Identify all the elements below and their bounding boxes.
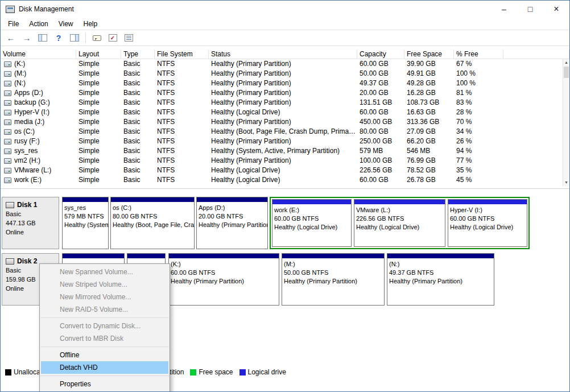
cell-free-space: 76.99 GB <box>404 156 454 166</box>
drive-icon <box>4 61 11 67</box>
partition-m[interactable]: (M:) 50.00 GB NTFS Healthy (Primary Part… <box>282 253 385 306</box>
cell-status: Healthy (System, Active, Primary Partiti… <box>209 146 357 156</box>
cell-pct-free: 70 % <box>454 117 503 127</box>
cell-layout: Simple <box>76 146 121 156</box>
partition-vmware-l[interactable]: VMware (L:) 226.56 GB NTFS Healthy (Logi… <box>354 199 445 247</box>
console-tree-button[interactable] <box>36 31 49 45</box>
cell-status: Healthy (Primary Partition) <box>209 59 357 69</box>
table-row[interactable]: sys_res Simple Basic NTFS Healthy (Syste… <box>1 146 569 156</box>
scroll-down-icon[interactable] <box>563 179 569 186</box>
logical-drive-swatch-icon <box>239 369 246 376</box>
cell-status: Healthy (Logical Drive) <box>209 108 357 117</box>
col-volume[interactable]: Volume <box>1 49 76 59</box>
cell-status: Healthy (Primary Partition) <box>209 98 357 108</box>
cell-file-system: NTFS <box>155 88 209 98</box>
partition-color-strip <box>282 254 384 258</box>
cell-file-system: NTFS <box>155 117 209 127</box>
help-icon: ? <box>56 34 61 42</box>
partition-color-strip <box>111 197 194 202</box>
disk-panel-disk1[interactable]: Disk 1 Basic 447.13 GB Online <box>2 197 59 249</box>
scroll-up-icon[interactable] <box>563 59 569 66</box>
drive-icon <box>4 148 11 154</box>
free-space-swatch-icon <box>190 369 196 376</box>
col-pct-free[interactable]: % Free <box>454 49 503 59</box>
cell-layout: Simple <box>76 156 121 166</box>
cell-status: Healthy (Primary Partition) <box>209 69 357 79</box>
partition-sys-res[interactable]: sys_res 579 MB NTFS Healthy (System, Act… <box>62 197 109 249</box>
menu-item-properties[interactable]: Properties <box>41 378 168 390</box>
menu-item-detach-vhd[interactable]: Detach VHD <box>41 361 168 374</box>
drive-icon <box>4 168 11 174</box>
legend-free-space: Free space <box>190 368 233 376</box>
scrollbar-thumb[interactable] <box>564 67 569 78</box>
col-free-space[interactable]: Free Space <box>404 49 454 59</box>
cell-file-system: NTFS <box>155 156 209 166</box>
cell-free-space: 78.52 GB <box>404 166 454 175</box>
comment-button[interactable] <box>90 31 104 45</box>
menu-file[interactable]: File <box>3 18 24 30</box>
menu-help[interactable]: Help <box>79 18 103 30</box>
partition-n[interactable]: (N:) 49.37 GB NTFS Healthy (Primary Part… <box>387 253 494 306</box>
help-button[interactable]: ? <box>52 31 65 45</box>
table-row[interactable]: media (J:) Simple Basic NTFS Healthy (Pr… <box>1 117 569 127</box>
cell-type: Basic <box>121 98 155 108</box>
col-file-system[interactable]: File System <box>155 49 209 59</box>
table-row[interactable]: Apps (D:) Simple Basic NTFS Healthy (Pri… <box>1 88 569 98</box>
cell-layout: Simple <box>76 69 121 79</box>
partition-color-strip <box>127 254 165 258</box>
app-icon <box>6 6 15 13</box>
cell-type: Basic <box>121 59 155 69</box>
col-layout[interactable]: Layout <box>76 49 121 59</box>
vertical-scrollbar[interactable] <box>563 59 569 186</box>
cell-volume: backup (G:) <box>1 98 76 108</box>
cell-capacity: 226.56 GB <box>357 166 404 175</box>
forward-button[interactable]: → <box>20 31 34 45</box>
partition-apps-d[interactable]: Apps (D:) 20.00 GB NTFS Healthy (Primary… <box>196 197 268 249</box>
partition-os-c[interactable]: os (C:) 80.00 GB NTFS Healthy (Boot, Pag… <box>110 197 195 249</box>
menu-action[interactable]: Action <box>24 18 53 30</box>
col-capacity[interactable]: Capacity <box>357 49 404 59</box>
cell-capacity: 450.00 GB <box>357 117 404 127</box>
cell-status: Healthy (Primary Partition) <box>209 156 357 166</box>
menu-separator <box>40 346 169 347</box>
drive-icon <box>4 158 11 164</box>
drive-icon <box>4 81 11 86</box>
close-button[interactable]: × <box>543 1 569 18</box>
table-row[interactable]: os (C:) Simple Basic NTFS Healthy (Boot,… <box>1 127 569 137</box>
verify-button[interactable]: ✓ <box>106 31 119 45</box>
back-button[interactable]: ← <box>4 31 18 45</box>
col-status[interactable]: Status <box>209 49 357 59</box>
menu-item-new-striped-volume: New Striped Volume... <box>41 278 168 291</box>
drive-icon <box>4 139 11 145</box>
disk-kind: Basic <box>6 209 55 218</box>
table-row[interactable]: (N:) Simple Basic NTFS Healthy (Primary … <box>1 79 569 88</box>
table-row[interactable]: VMware (L:) Simple Basic NTFS Healthy (L… <box>1 166 569 175</box>
action-pane-button[interactable] <box>68 31 81 45</box>
cell-volume: Apps (D:) <box>1 88 76 98</box>
table-row[interactable]: work (E:) Simple Basic NTFS Healthy (Log… <box>1 175 569 185</box>
table-row[interactable]: backup (G:) Simple Basic NTFS Healthy (P… <box>1 98 569 108</box>
partition-k[interactable]: (K:) 60.00 GB NTFS Healthy (Primary Part… <box>168 253 279 306</box>
cell-status: Healthy (Logical Drive) <box>209 166 357 175</box>
cell-capacity: 60.00 GB <box>357 108 404 117</box>
menu-item-offline[interactable]: Offline <box>41 349 168 361</box>
table-row[interactable]: (K:) Simple Basic NTFS Healthy (Primary … <box>1 59 569 69</box>
cell-file-system: NTFS <box>155 59 209 69</box>
menu-view[interactable]: View <box>53 18 79 30</box>
maximize-button[interactable]: □ <box>517 1 543 18</box>
cell-layout: Simple <box>76 175 121 185</box>
menu-separator <box>40 376 169 376</box>
table-row[interactable]: (M:) Simple Basic NTFS Healthy (Primary … <box>1 69 569 79</box>
cell-type: Basic <box>121 166 155 175</box>
table-row[interactable]: rusy (F:) Simple Basic NTFS Healthy (Pri… <box>1 137 569 146</box>
cell-volume: Hyper-V (I:) <box>1 108 76 117</box>
table-row[interactable]: Hyper-V (I:) Simple Basic NTFS Healthy (… <box>1 108 569 117</box>
cell-type: Basic <box>121 117 155 127</box>
minimize-button[interactable]: – <box>491 1 517 18</box>
partition-work-e[interactable]: work (E:) 60.00 GB NTFS Healthy (Logical… <box>272 199 352 247</box>
col-type[interactable]: Type <box>121 49 155 59</box>
toolbar: ← → ? ✓ <box>1 30 569 46</box>
table-row[interactable]: vm2 (H:) Simple Basic NTFS Healthy (Prim… <box>1 156 569 166</box>
list-view-button[interactable] <box>122 31 135 45</box>
partition-hyperv-i[interactable]: Hyper-V (I:) 60.00 GB NTFS Healthy (Logi… <box>448 199 527 247</box>
